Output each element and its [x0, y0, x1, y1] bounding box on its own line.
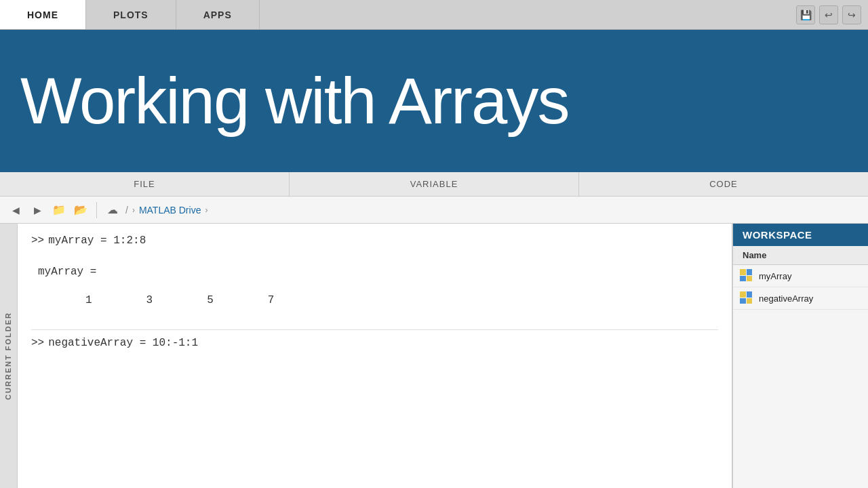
- nav-bar: ◀ ▶ 📁 📂 ☁ / › MATLAB Drive ›: [0, 197, 868, 224]
- val-4: 7: [268, 294, 275, 306]
- var-name-myarray: myArray: [759, 271, 791, 281]
- tab-plots[interactable]: PLOTS: [86, 0, 176, 29]
- command-window[interactable]: >> myArray = 1:2:8 myArray = 1 3 5 7 >> …: [18, 224, 732, 488]
- path-matlab-drive[interactable]: MATLAB Drive: [139, 205, 201, 216]
- prompt-2: >>: [31, 337, 44, 349]
- nav-path: MATLAB Drive ›: [139, 205, 208, 216]
- tab-apps[interactable]: APPS: [176, 0, 260, 29]
- cmd-separator: [31, 329, 718, 330]
- var-icon-myarray: [740, 269, 753, 283]
- cmd-line-1: >> myArray = 1:2:8: [31, 235, 718, 247]
- sidebar-label: CURRENT FOLDER: [5, 312, 13, 400]
- val-3: 5: [207, 294, 214, 306]
- val-2: 3: [146, 294, 153, 306]
- cmd-line-2: >> negativeArray = 10:-1:1: [31, 337, 718, 349]
- forward-button[interactable]: ▶: [28, 201, 46, 219]
- cmd-output-label: myArray =: [31, 266, 718, 278]
- var-icon-negativearray: [740, 291, 753, 305]
- blank-2: [31, 283, 718, 289]
- path-chevron-2: ›: [205, 205, 208, 215]
- workspace-panel: WORKSPACE Name myArray: [732, 224, 868, 488]
- save-icon[interactable]: 💾: [796, 5, 815, 24]
- section-code: CODE: [579, 172, 868, 196]
- tab-home[interactable]: HOME: [0, 0, 86, 29]
- tab-home-label: HOME: [27, 9, 58, 20]
- top-tab-bar: HOME PLOTS APPS 💾 ↩ ↪: [0, 0, 868, 30]
- hero-title: Working with Arrays: [20, 68, 568, 134]
- toolbar-icons: 💾 ↩ ↪: [796, 0, 868, 29]
- tab-apps-label: APPS: [203, 9, 232, 20]
- redo-icon[interactable]: ↪: [842, 5, 861, 24]
- cmd-input-2: negativeArray = 10:-1:1: [48, 337, 198, 349]
- workspace-item-myarray[interactable]: myArray: [733, 265, 868, 287]
- workspace-col-header: Name: [733, 246, 868, 265]
- var-name-negativearray: negativeArray: [759, 293, 813, 304]
- main-content: CURRENT FOLDER >> myArray = 1:2:8 myArra…: [0, 224, 868, 488]
- section-variable: VARIABLE: [290, 172, 579, 196]
- prompt-1: >>: [31, 235, 44, 247]
- cloud-icon[interactable]: ☁: [104, 201, 121, 219]
- section-labels-bar: FILE VARIABLE CODE: [0, 172, 868, 197]
- blank-1: [31, 249, 718, 260]
- up-folder-button[interactable]: 📁: [50, 201, 68, 219]
- tab-plots-label: PLOTS: [113, 9, 149, 20]
- path-chevron-1: ›: [132, 205, 135, 215]
- workspace-header: WORKSPACE: [733, 224, 868, 246]
- cmd-input-1: myArray = 1:2:8: [48, 235, 146, 247]
- hero-banner: Working with Arrays: [0, 30, 868, 172]
- undo-icon[interactable]: ↩: [819, 5, 838, 24]
- back-button[interactable]: ◀: [7, 201, 24, 219]
- workspace-item-negativearray[interactable]: negativeArray: [733, 287, 868, 310]
- section-file: FILE: [0, 172, 290, 196]
- blank-3: [31, 312, 718, 323]
- nav-separator: [96, 202, 97, 218]
- path-slash: /: [125, 205, 128, 216]
- val-1: 1: [85, 294, 92, 306]
- browse-button[interactable]: 📂: [72, 201, 90, 219]
- left-sidebar: CURRENT FOLDER: [0, 224, 18, 488]
- cmd-values: 1 3 5 7: [31, 294, 718, 306]
